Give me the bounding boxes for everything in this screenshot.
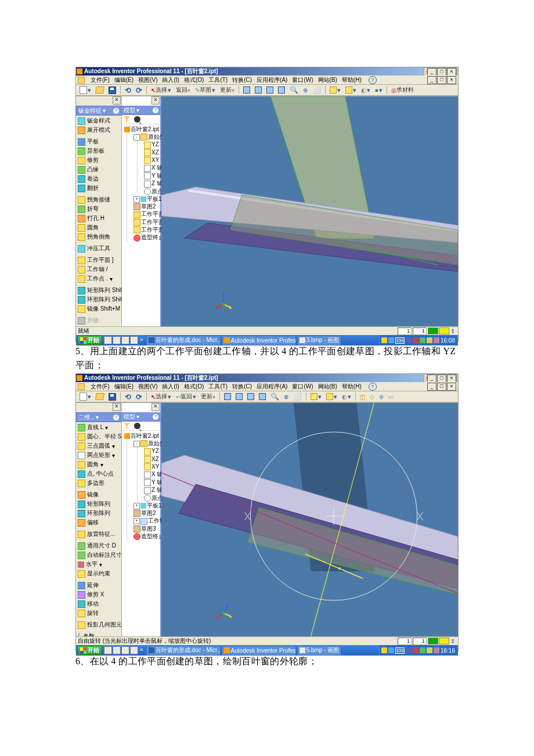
clock[interactable]: 16:16 — [441, 647, 455, 654]
child-close-button[interactable]: × — [447, 76, 456, 84]
browser-help-icon[interactable]: ? — [153, 414, 158, 420]
menu-site[interactable]: 网站(B) — [318, 76, 337, 84]
panel-close-button[interactable]: × — [113, 96, 121, 105]
tray-icon[interactable] — [381, 337, 387, 343]
tool-fillet[interactable]: 圆角▾ — [77, 460, 121, 469]
tool-line[interactable]: 直线 L▾ — [77, 423, 121, 432]
taskbar-task-inventor[interactable]: Autodesk Inventor Profes... — [222, 646, 296, 656]
graphics-canvas[interactable] — [161, 403, 458, 636]
select-button[interactable]: ↖选择▾ — [150, 86, 172, 94]
filter-icon[interactable] — [124, 116, 130, 123]
ql-overflow[interactable]: » — [139, 646, 145, 654]
tray-icon[interactable] — [420, 647, 425, 653]
tray-icon[interactable] — [406, 647, 412, 653]
tool-hem[interactable]: 卷边 — [77, 174, 121, 183]
tool-mirror[interactable]: 镜像 Shift+M — [77, 304, 121, 314]
tool-round[interactable]: 圆角 — [77, 223, 121, 232]
browser-header[interactable]: 模型▾ ? — [122, 412, 160, 422]
menu-view[interactable]: 视图(V) — [138, 76, 157, 84]
tool-trim[interactable]: 修剪 X — [77, 590, 121, 599]
browser-header[interactable]: 模型▾ ? — [122, 106, 160, 115]
maximize-button[interactable]: □ — [437, 375, 446, 383]
tool-offset[interactable]: 偏移 — [77, 518, 121, 527]
menu-tools[interactable]: 工具(T) — [208, 76, 228, 84]
tool-flat-pattern[interactable]: 展开模式 — [77, 125, 121, 135]
new-button[interactable]: ▾ — [78, 86, 92, 94]
ql-icon[interactable] — [113, 646, 121, 654]
tool-mirror[interactable]: 镜像 — [77, 490, 121, 499]
menu-format[interactable]: 格式(O) — [184, 383, 204, 391]
menu-window[interactable]: 窗口(W) — [292, 76, 313, 84]
redo-button[interactable]: ⟳ — [135, 86, 143, 94]
tool-showconstraint[interactable]: 显示约束 — [77, 569, 121, 578]
view-cube-button[interactable]: ⬜ — [292, 393, 303, 401]
ql-icon[interactable] — [104, 336, 112, 344]
menu-file[interactable]: 文件(F) — [91, 76, 110, 84]
help-icon[interactable]: ? — [369, 76, 377, 84]
sketch-grid-button[interactable]: ◫ — [359, 393, 366, 401]
ql-icon[interactable] — [130, 336, 138, 344]
tool-project[interactable]: 投影几何图元▾ — [77, 620, 121, 629]
taskbar-task-paint[interactable]: 3.bmp - 画图 — [297, 336, 342, 345]
ql-icon[interactable] — [121, 336, 129, 344]
tool-rect[interactable]: 两点矩形▾ — [77, 451, 121, 460]
sketch-button[interactable]: ✎草图▾ — [194, 86, 217, 94]
tray-icon[interactable] — [413, 647, 418, 653]
tool-rect-pattern[interactable]: 矩形阵列 — [77, 499, 121, 509]
return-button[interactable]: ↩返回▾ — [175, 393, 197, 401]
sketch-axis-button[interactable]: ⊕ — [378, 393, 385, 401]
tool-workplane[interactable]: 工作平面 ] — [77, 255, 121, 265]
tool-contour-flange[interactable]: 异形板 — [77, 146, 121, 156]
child-maximize-button[interactable]: □ — [437, 76, 446, 84]
menu-convert[interactable]: 转换(C) — [232, 383, 252, 391]
view-cube-button[interactable]: ⬜ — [311, 86, 322, 94]
maximize-button[interactable]: □ — [437, 68, 446, 76]
tool-cut[interactable]: 修剪 — [77, 156, 121, 165]
model-tree[interactable]: 百叶窗2.ipt -原始坐标系 YZ 平面 XZ 平面 XY 平面 X 轴 Y … — [122, 124, 160, 243]
ql-icon[interactable] — [113, 336, 121, 344]
help-icon[interactable]: ? — [369, 383, 377, 391]
panel-header[interactable]: 钣金特征 ▾? — [76, 106, 121, 116]
shaded-button[interactable]: ▾ — [309, 393, 323, 401]
tool-flange[interactable]: 凸缘 — [77, 165, 121, 174]
open-button[interactable] — [95, 86, 105, 94]
child-maximize-button[interactable]: □ — [437, 383, 446, 391]
minimize-button[interactable]: _ — [427, 375, 436, 383]
tool-rotate[interactable]: 旋转 — [77, 609, 121, 618]
browser-help-icon[interactable]: ? — [153, 107, 158, 113]
lang-indicator[interactable]: CH — [395, 337, 405, 344]
sketch-ruler-button[interactable]: ▭ — [387, 393, 395, 401]
close-button[interactable]: × — [447, 68, 456, 76]
tray-icon[interactable] — [406, 337, 412, 343]
pan-button[interactable] — [277, 86, 286, 94]
tool-derive[interactable]: 衍生零部件 — [77, 325, 121, 326]
material-button[interactable]: ◎求材料 — [390, 86, 415, 94]
redo-button[interactable]: ⟳ — [135, 393, 143, 401]
ql-icon[interactable] — [130, 646, 138, 654]
menu-tools[interactable]: 工具(T) — [208, 383, 228, 391]
tool-parameters[interactable]: fx参数... — [77, 632, 121, 636]
tool-fold[interactable]: 翻折 — [77, 183, 121, 193]
tool-circ-pattern[interactable]: 环形阵列 Shift+ — [77, 295, 121, 304]
tool-sheetmetal-style[interactable]: 钣金样式 — [77, 116, 121, 125]
menu-app[interactable]: 应用程序(A) — [257, 383, 287, 391]
undo-button[interactable]: ⟲ — [124, 86, 132, 94]
start-button[interactable]: 开始 — [77, 646, 102, 656]
start-button[interactable]: 开始 — [77, 336, 102, 345]
tray-icon[interactable] — [388, 337, 394, 343]
tool-polygon[interactable]: 多边形 — [77, 478, 121, 488]
undo-button[interactable]: ⟲ — [124, 393, 132, 401]
zoom-all-button[interactable] — [242, 86, 251, 94]
menu-convert[interactable]: 转换(C) — [232, 76, 252, 84]
menu-help[interactable]: 帮助(H) — [342, 383, 362, 391]
zoom-button[interactable] — [246, 393, 255, 401]
menu-edit[interactable]: 编辑(E) — [114, 76, 134, 84]
menu-view[interactable]: 视图(V) — [138, 383, 157, 391]
taskbar-task-word[interactable]: 百叶窗的形成.doc - Micr... — [146, 646, 221, 656]
zoom-all-button[interactable] — [223, 393, 232, 401]
tool-chamfer[interactable]: 拐角倒角 — [77, 232, 121, 242]
tray-icon[interactable] — [413, 337, 418, 343]
child-close-button[interactable]: × — [447, 383, 456, 391]
camera-button[interactable]: ◐▾ — [360, 86, 371, 94]
close-button[interactable]: × — [447, 375, 456, 383]
